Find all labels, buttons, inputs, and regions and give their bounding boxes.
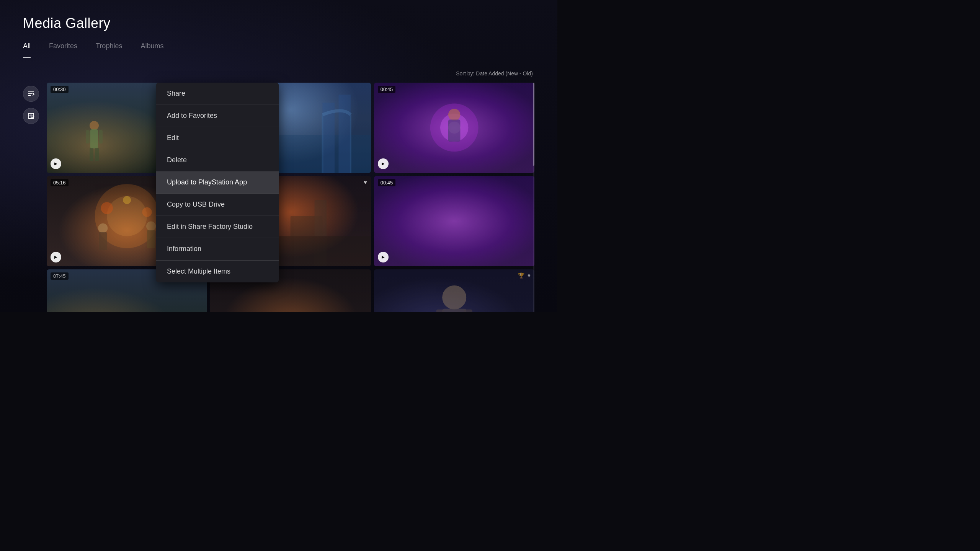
- media-icons-9: 🏆 ♥: [518, 272, 531, 279]
- media-item-9[interactable]: 🏆 ♥: [374, 269, 534, 312]
- tabs-row: All Favorites Trophies Albums: [23, 42, 534, 58]
- play-button-4[interactable]: ▶: [51, 252, 61, 262]
- play-button-6[interactable]: ▶: [378, 252, 389, 262]
- main-container: Media Gallery All Favorites Trophies Alb…: [0, 0, 557, 312]
- menu-item-add-to-favorites[interactable]: Add to Favorites: [156, 105, 279, 127]
- character-silhouette: [79, 118, 109, 164]
- svg-rect-8: [90, 129, 98, 148]
- scrollbar[interactable]: [533, 83, 534, 312]
- sidebar-icons: [23, 83, 39, 312]
- menu-item-share[interactable]: Share: [156, 83, 279, 105]
- menu-item-copy-usb[interactable]: Copy to USB Drive: [156, 194, 279, 216]
- svg-point-32: [146, 221, 156, 231]
- trophy-icon-9: 🏆: [518, 272, 524, 279]
- menu-item-information[interactable]: Information: [156, 238, 279, 260]
- media-item-6[interactable]: 00:45 ▶: [374, 176, 534, 266]
- duration-badge-1: 00:30: [51, 86, 69, 93]
- svg-rect-42: [464, 310, 472, 312]
- menu-item-select-multiple[interactable]: Select Multiple Items: [156, 260, 279, 282]
- page-title: Media Gallery: [23, 15, 534, 31]
- sort-bar: Sort by: Date Added (New - Old): [23, 70, 534, 77]
- svg-point-28: [142, 207, 152, 217]
- svg-rect-15: [339, 95, 351, 173]
- media-icons-5: ♥: [364, 179, 367, 185]
- duration-badge-4: 05:16: [51, 179, 69, 186]
- play-button-3[interactable]: ▶: [378, 158, 389, 169]
- tab-all[interactable]: All: [23, 42, 31, 53]
- svg-rect-33: [147, 230, 155, 248]
- svg-point-29: [123, 196, 131, 204]
- svg-rect-12: [95, 148, 99, 161]
- svg-rect-9: [86, 130, 90, 143]
- menu-item-edit-share-factory[interactable]: Edit in Share Factory Studio: [156, 216, 279, 238]
- menu-item-upload-ps-app[interactable]: Upload to PlayStation App: [156, 171, 279, 194]
- tab-trophies[interactable]: Trophies: [96, 42, 122, 53]
- tab-albums[interactable]: Albums: [140, 42, 163, 53]
- svg-rect-5: [28, 116, 31, 119]
- context-menu: Share Add to Favorites Edit Delete Uploa…: [156, 83, 279, 282]
- duration-badge-6: 00:45: [378, 179, 396, 186]
- svg-rect-10: [99, 130, 103, 143]
- svg-point-7: [90, 121, 99, 130]
- media-grid: 00:30 🏆 ▶: [47, 83, 534, 312]
- scrollbar-thumb[interactable]: [533, 83, 534, 166]
- svg-point-30: [98, 223, 108, 233]
- tab-favorites[interactable]: Favorites: [49, 42, 77, 53]
- svg-rect-31: [99, 232, 107, 250]
- svg-point-23: [448, 109, 460, 121]
- media-item-3[interactable]: 00:45 ▶: [374, 83, 534, 173]
- heart-icon-5: ♥: [364, 179, 367, 185]
- duration-badge-3: 00:45: [378, 86, 396, 93]
- svg-rect-4: [31, 113, 34, 116]
- svg-rect-11: [90, 148, 93, 161]
- duration-badge-7: 07:45: [51, 272, 69, 280]
- svg-point-27: [101, 202, 113, 214]
- svg-rect-41: [436, 310, 444, 312]
- person-silhouette: [374, 269, 534, 312]
- thumbnail-scene: [374, 176, 534, 266]
- svg-rect-24: [448, 119, 460, 142]
- sort-icon: [27, 90, 35, 98]
- sort-button[interactable]: [23, 86, 39, 102]
- content-area: 00:30 🏆 ▶: [23, 83, 534, 312]
- heart-icon-9: ♥: [528, 272, 531, 279]
- menu-item-edit[interactable]: Edit: [156, 127, 279, 149]
- svg-point-39: [442, 285, 466, 310]
- select-icon: [27, 112, 35, 120]
- energy-silhouette: [374, 83, 534, 173]
- play-button-1[interactable]: ▶: [51, 158, 61, 169]
- select-button[interactable]: [23, 108, 39, 124]
- menu-item-delete[interactable]: Delete: [156, 149, 279, 171]
- svg-rect-3: [28, 113, 31, 116]
- svg-rect-40: [442, 308, 466, 312]
- sort-label: Sort by: Date Added (New - Old): [456, 70, 533, 77]
